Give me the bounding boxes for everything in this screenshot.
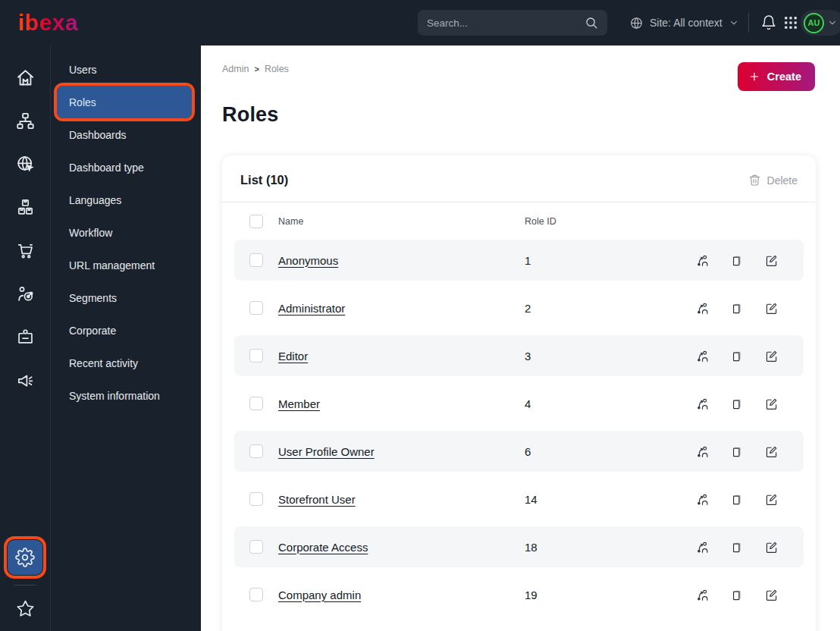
menu-item-segments[interactable]: Segments bbox=[51, 281, 201, 314]
row-checkbox[interactable] bbox=[249, 492, 263, 506]
edit-button[interactable] bbox=[764, 540, 779, 554]
row-checkbox[interactable] bbox=[249, 588, 263, 601]
menu-item-system-information[interactable]: System information bbox=[51, 379, 201, 412]
copy-button[interactable] bbox=[730, 397, 744, 411]
menu-item-roles[interactable]: Roles bbox=[57, 86, 192, 118]
copy-button[interactable] bbox=[730, 540, 744, 554]
rail-item-content-structure[interactable] bbox=[8, 99, 42, 143]
edit-button[interactable] bbox=[764, 492, 779, 507]
role-name-link[interactable]: Corporate Access bbox=[278, 541, 525, 554]
table-row: Storefront User 14 bbox=[234, 479, 804, 520]
copy-button[interactable] bbox=[730, 492, 744, 507]
assign-users-button[interactable] bbox=[696, 253, 710, 268]
edit-button[interactable] bbox=[764, 444, 779, 459]
copy-button[interactable] bbox=[730, 444, 744, 459]
row-checkbox[interactable] bbox=[249, 349, 263, 363]
rail-item-favorites[interactable] bbox=[8, 593, 42, 623]
menu-item-corporate[interactable]: Corporate bbox=[51, 314, 201, 347]
ibexa-logo: ibexa bbox=[18, 11, 78, 34]
site-context-label: Site: All context bbox=[650, 17, 722, 29]
rail-item-products[interactable] bbox=[8, 186, 42, 229]
create-button-label: Create bbox=[767, 71, 801, 83]
boxes-icon bbox=[15, 197, 36, 218]
role-name-link[interactable]: Member bbox=[278, 397, 525, 410]
role-id-value: 4 bbox=[525, 397, 696, 410]
chevron-down-icon bbox=[827, 17, 838, 28]
menu-item-url-management[interactable]: URL management bbox=[51, 249, 201, 281]
role-name-link[interactable]: Storefront User bbox=[278, 493, 525, 506]
copy-button[interactable] bbox=[730, 588, 744, 602]
rail-item-corporate[interactable] bbox=[8, 316, 42, 359]
rail-item-commerce[interactable] bbox=[8, 229, 42, 272]
app-grid-icon[interactable] bbox=[782, 14, 799, 31]
row-checkbox[interactable] bbox=[249, 540, 263, 554]
menu-item-recent-activity[interactable]: Recent activity bbox=[51, 347, 201, 379]
edit-button[interactable] bbox=[764, 588, 779, 602]
role-name-link[interactable]: Editor bbox=[278, 350, 525, 363]
row-checkbox[interactable] bbox=[249, 397, 263, 410]
rail-item-admin-settings[interactable] bbox=[8, 540, 42, 575]
delete-button[interactable]: Delete bbox=[748, 174, 798, 187]
notifications-bell-icon[interactable] bbox=[760, 14, 777, 31]
assign-users-button[interactable] bbox=[696, 540, 710, 554]
menu-item-workflow[interactable]: Workflow bbox=[51, 216, 201, 249]
search-icon[interactable] bbox=[585, 16, 598, 30]
assign-users-button[interactable] bbox=[696, 492, 710, 507]
copy-button[interactable] bbox=[730, 301, 744, 316]
copy-icon bbox=[730, 397, 744, 411]
menu-item-users[interactable]: Users bbox=[51, 53, 201, 86]
edit-button[interactable] bbox=[764, 301, 779, 316]
rail-item-site[interactable] bbox=[8, 143, 42, 186]
row-checkbox[interactable] bbox=[249, 444, 263, 458]
assign-users-icon bbox=[696, 492, 710, 507]
assign-users-button[interactable] bbox=[696, 301, 710, 316]
column-header-role-id: Role ID bbox=[525, 216, 788, 227]
row-checkbox[interactable] bbox=[249, 253, 263, 267]
assign-users-button[interactable] bbox=[696, 349, 710, 363]
edit-button[interactable] bbox=[764, 349, 779, 363]
copy-icon bbox=[730, 492, 744, 507]
row-checkbox[interactable] bbox=[249, 301, 263, 315]
icon-rail bbox=[0, 46, 50, 631]
table-rows: Anonymous 1 Administrator 2 bbox=[222, 240, 816, 615]
table-row: Member 4 bbox=[234, 383, 804, 424]
menu-item-dashboard-type[interactable]: Dashboard type bbox=[51, 151, 201, 184]
cart-icon bbox=[15, 240, 36, 261]
table-row: Company admin 19 bbox=[234, 574, 804, 615]
assign-users-button[interactable] bbox=[696, 444, 710, 459]
edit-button[interactable] bbox=[764, 253, 779, 268]
create-button[interactable]: Create bbox=[738, 62, 815, 91]
rail-item-home[interactable] bbox=[8, 56, 42, 99]
assign-users-button[interactable] bbox=[696, 588, 710, 602]
user-menu[interactable]: AU bbox=[801, 10, 840, 36]
edit-button[interactable] bbox=[764, 397, 779, 411]
breadcrumb-admin[interactable]: Admin bbox=[222, 64, 249, 74]
topbar-divider bbox=[748, 13, 749, 33]
copy-button[interactable] bbox=[730, 253, 744, 268]
assign-users-button[interactable] bbox=[696, 397, 710, 411]
copy-button[interactable] bbox=[730, 349, 744, 363]
select-all-checkbox[interactable] bbox=[249, 215, 263, 228]
admin-menu: Users Roles Dashboards Dashboard type La… bbox=[50, 46, 201, 631]
edit-icon bbox=[764, 492, 779, 507]
assign-users-icon bbox=[696, 301, 710, 316]
menu-item-languages[interactable]: Languages bbox=[51, 184, 201, 216]
megaphone-icon bbox=[15, 370, 36, 391]
breadcrumb-roles[interactable]: Roles bbox=[265, 64, 289, 74]
rail-item-personalization[interactable] bbox=[8, 272, 42, 316]
role-name-link[interactable]: Company admin bbox=[278, 589, 525, 601]
star-icon bbox=[16, 599, 35, 618]
role-name-link[interactable]: Anonymous bbox=[278, 254, 525, 267]
role-name-link[interactable]: User Profile Owner bbox=[278, 445, 525, 458]
site-context-switcher[interactable]: Site: All context bbox=[629, 0, 739, 46]
avatar[interactable]: AU bbox=[804, 13, 824, 33]
search-input[interactable] bbox=[427, 17, 585, 29]
role-id-value: 19 bbox=[525, 589, 696, 601]
role-id-value: 18 bbox=[525, 541, 696, 554]
page-title: Roles bbox=[222, 103, 279, 127]
assign-users-icon bbox=[696, 253, 710, 268]
role-name-link[interactable]: Administrator bbox=[278, 302, 525, 315]
rail-item-campaigns[interactable] bbox=[8, 359, 42, 402]
menu-item-dashboards[interactable]: Dashboards bbox=[51, 118, 201, 151]
global-search[interactable] bbox=[418, 10, 607, 36]
